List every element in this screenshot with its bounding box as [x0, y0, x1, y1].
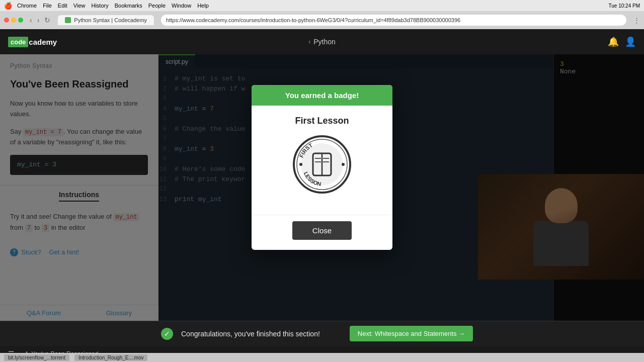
- taskbar: bit.ly/screenflow_...torrent Introductio…: [0, 353, 644, 362]
- browser-tab[interactable]: Python Syntax | Codecademy: [58, 15, 154, 25]
- menubar-right: Tue 10:24 PM: [609, 3, 640, 9]
- badge-modal: You earned a badge! First Lesson: [252, 85, 392, 250]
- menu-chrome[interactable]: Chrome: [17, 3, 37, 9]
- modal-overlay: You earned a badge! First Lesson: [0, 54, 644, 321]
- apple-icon: 🍎: [4, 2, 12, 10]
- favicon: [65, 17, 71, 23]
- header-right: 🔔 👤: [608, 36, 636, 47]
- url-text: https://www.codecademy.com/courses/intro…: [166, 17, 460, 23]
- modal-header-text: You earned a badge!: [285, 91, 359, 100]
- modal-header: You earned a badge!: [252, 85, 392, 106]
- menu-bookmarks[interactable]: Bookmarks: [115, 3, 142, 9]
- check-icon: ✓: [161, 328, 173, 340]
- tab-title: Python Syntax | Codecademy: [74, 17, 147, 23]
- menu-edit[interactable]: Edit: [58, 3, 67, 9]
- forward-button[interactable]: ›: [36, 16, 41, 24]
- refresh-button[interactable]: ↻: [43, 16, 52, 24]
- main-layout: Python Syntax You've Been Reassigned Now…: [0, 54, 644, 321]
- menu-people[interactable]: People: [148, 3, 166, 9]
- menu-file[interactable]: File: [43, 3, 52, 9]
- badge-container: FIRST LESSON: [262, 134, 382, 195]
- next-section-button[interactable]: Next: Whitespace and Statements →: [350, 326, 473, 341]
- modal-footer: Close: [252, 215, 392, 250]
- congrats-bar: ✓ Congratulations, you've finished this …: [0, 321, 644, 346]
- logo-cademy: cademy: [29, 38, 57, 46]
- cc-logo[interactable]: code cademy: [8, 37, 57, 47]
- back-button[interactable]: ‹: [28, 16, 34, 24]
- close-modal-button[interactable]: Close: [292, 221, 352, 240]
- taskbar-item-2[interactable]: Introduction_Rough_E....mov: [74, 354, 148, 361]
- maximize-window-button[interactable]: [18, 18, 23, 23]
- svg-point-12: [342, 163, 345, 166]
- back-arrow-icon: ‹: [308, 38, 310, 45]
- window-controls[interactable]: [4, 18, 23, 23]
- notification-icon[interactable]: 🔔: [608, 36, 619, 47]
- address-bar[interactable]: https://www.codecademy.com/courses/intro…: [161, 15, 626, 26]
- chrome-bar: ‹ › ↻ Python Syntax | Codecademy https:/…: [0, 11, 644, 29]
- menu-window[interactable]: Window: [172, 3, 191, 9]
- modal-body: First Lesson: [252, 106, 392, 215]
- menu-help[interactable]: Help: [197, 3, 209, 9]
- mac-menubar: 🍎 Chrome File Edit View History Bookmark…: [0, 0, 644, 11]
- svg-point-11: [299, 163, 302, 166]
- menu-items: Chrome File Edit View History Bookmarks …: [17, 3, 209, 9]
- python-title: Python: [313, 38, 336, 46]
- menubar-time: Tue 10:24 PM: [609, 3, 640, 9]
- taskbar-item-1[interactable]: bit.ly/screenflow_...torrent: [4, 354, 69, 361]
- congrats-text: Congratulations, you've finished this se…: [181, 330, 320, 338]
- minimize-window-button[interactable]: [11, 18, 16, 23]
- cc-header: code cademy ‹ Python 🔔 👤: [0, 29, 644, 54]
- logo-code: code: [8, 37, 28, 47]
- chrome-right-icons: ⋮: [633, 17, 640, 24]
- user-avatar[interactable]: 👤: [625, 36, 636, 47]
- menu-history[interactable]: History: [91, 3, 108, 9]
- nav-buttons[interactable]: ‹ › ↻: [28, 16, 52, 24]
- menu-view[interactable]: View: [73, 3, 86, 9]
- first-lesson-badge: FIRST LESSON: [292, 134, 352, 195]
- chrome-settings-icon[interactable]: ⋮: [633, 17, 640, 24]
- python-label: ‹ Python: [308, 38, 336, 46]
- close-window-button[interactable]: [4, 18, 9, 23]
- modal-title: First Lesson: [262, 116, 382, 126]
